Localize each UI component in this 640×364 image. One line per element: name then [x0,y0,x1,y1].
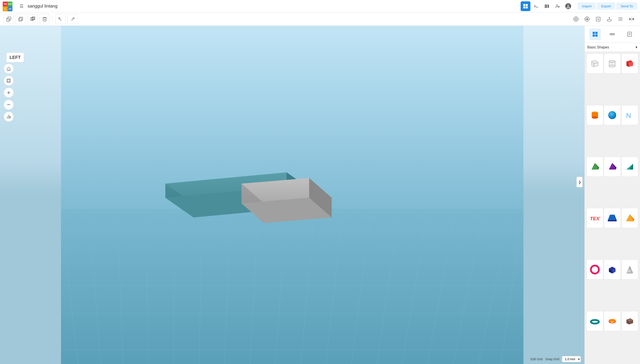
shape-pyramid-green[interactable] [586,157,603,177]
shape-cone-gray[interactable] [621,260,638,280]
copy-workplane-icon [6,16,11,22]
duplicate-group-icon [30,16,35,22]
logo-tin: TIN [3,2,8,6]
home-icon [7,66,11,71]
svg-rect-78 [593,34,595,37]
collapse-panel-arrow[interactable]: ❯ [576,177,583,187]
svg-point-127 [626,272,633,274]
zoom-fit-ctrl-button[interactable] [4,76,14,86]
align-icon [618,16,623,22]
library-button[interactable] [542,1,552,11]
shape-torus-magenta[interactable] [586,260,603,280]
zoom-out-button[interactable] [4,100,14,110]
ruler-panel-button[interactable] [606,28,618,40]
add-user-icon [555,4,560,9]
wedge-teal-icon [624,161,635,172]
shape-torus-teal-flat[interactable] [586,311,603,331]
shape-wedge-teal[interactable] [621,157,638,177]
svg-rect-0 [523,4,525,6]
torus-magenta-icon [589,264,600,275]
svg-point-6 [556,5,558,6]
edit-grid-label[interactable]: Edit Grid [530,357,542,361]
duplicate-group-button[interactable] [28,14,38,24]
svg-rect-5 [546,4,547,8]
svg-point-106 [592,116,598,119]
perspective-icon [584,16,590,22]
shape-box-brown[interactable] [621,311,638,331]
zoom-fit-ctrl-icon [7,78,11,83]
perspective-button[interactable] [582,14,592,24]
menu-icon: ☰ [20,4,24,9]
svg-point-128 [591,320,599,324]
shapes-ctrl-button[interactable] [4,112,14,122]
shape-donut-orange[interactable] [604,311,621,331]
zoom-fit-icon [595,16,601,22]
library-icon [544,4,549,9]
shape-text-n[interactable]: N [621,105,638,125]
bottom-bar: Edit Grid Snap Grid 1.0 mm 0.5 mm 2.0 mm [0,354,584,364]
logo-blank: C [3,6,8,11]
zoom-out-icon [7,102,11,107]
svg-rect-2 [523,6,525,8]
header-right: Import Export Send To [521,1,637,11]
add-user-button[interactable] [553,1,562,11]
svg-rect-12 [20,17,23,20]
svg-rect-11 [19,18,22,21]
grid-view-button[interactable] [521,1,530,11]
workplane-button[interactable] [604,14,614,24]
zoom-fit-button[interactable] [593,14,603,24]
svg-rect-77 [595,32,597,34]
zoom-in-button[interactable] [4,88,14,98]
user-avatar[interactable] [563,1,573,11]
shapes-dropdown-label: Basic Shapes [587,45,609,49]
svg-rect-79 [595,34,597,37]
notes-panel-icon [627,31,632,37]
snap-grid-select[interactable]: 1.0 mm 0.5 mm 2.0 mm [562,356,581,362]
redo-button[interactable] [67,14,78,24]
svg-rect-4 [545,4,546,8]
svg-rect-25 [597,18,599,20]
torus-teal-flat-icon [589,316,600,327]
shape-box-red[interactable] [621,54,638,74]
send-to-button[interactable]: Send To [616,2,637,10]
workplane-icon [606,16,612,22]
camera-icon [573,16,579,22]
duplicate-button[interactable] [16,14,26,24]
align-button[interactable] [615,14,625,24]
export-button[interactable]: Export [597,2,615,10]
shapes-dropdown[interactable]: Basic Shapes ▾ [585,43,640,52]
toolbar [0,12,640,26]
view-tools [571,14,636,24]
duplicate-icon [18,16,23,22]
cylinder-orange-icon [589,110,600,121]
shape-cylinder-hole[interactable] [604,54,621,74]
pyramid-purple-icon [607,161,618,172]
codeblocks-button[interactable] [531,1,541,11]
notes-panel-button[interactable] [624,28,635,40]
shape-text-red[interactable]: TEXT [586,208,603,228]
shape-sphere-blue[interactable] [604,105,621,125]
copy-to-workplane-button[interactable] [4,14,14,24]
panel-top-icons [585,26,640,43]
menu-button[interactable]: ☰ [17,1,27,11]
shape-cube-navy[interactable] [604,260,621,280]
undo-button[interactable] [55,14,66,24]
svg-marker-34 [632,18,634,20]
viewport[interactable]: LEFT [0,26,584,364]
shape-pyramid-purple[interactable] [604,157,621,177]
svg-point-131 [609,319,616,322]
shape-prism-navy[interactable] [604,208,621,228]
camera-view-button[interactable] [571,14,581,24]
shapes-ctrl-icon [7,114,11,119]
avatar-icon [565,3,571,9]
mirror-button[interactable] [627,14,636,24]
import-button[interactable]: Import [577,2,596,10]
viewport-scene [0,26,584,364]
shape-pyramid-yellow[interactable] [621,208,638,228]
shape-cylinder-orange[interactable] [586,105,603,125]
grid-panel-button[interactable] [589,28,601,40]
delete-button[interactable] [40,14,50,24]
view-label: LEFT [6,52,24,62]
home-view-button[interactable] [4,64,14,74]
shape-box-hole[interactable] [586,54,603,74]
